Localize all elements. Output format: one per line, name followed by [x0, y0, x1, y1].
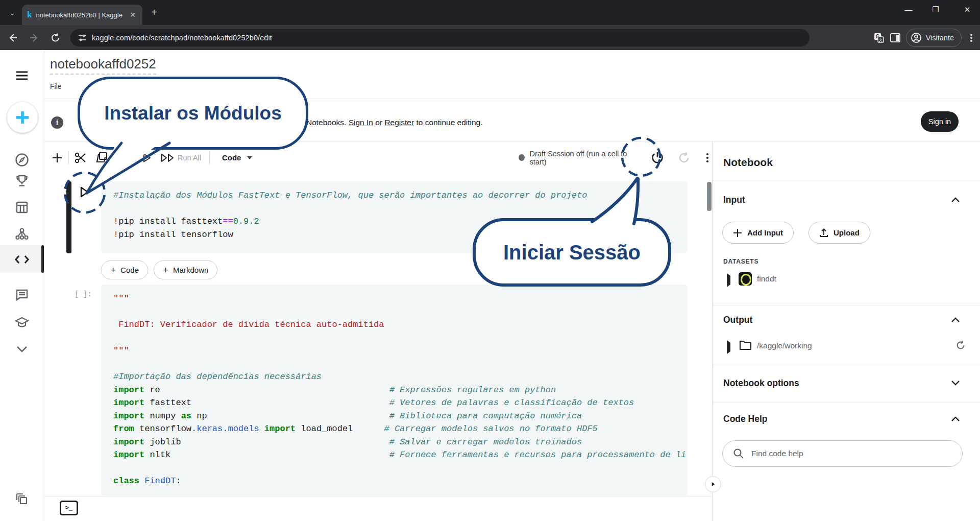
scrollbar-thumb[interactable] — [707, 182, 712, 211]
sidebar-item-datasets[interactable] — [0, 200, 44, 215]
bottom-divider — [44, 496, 712, 496]
translate-icon[interactable]: G文 — [873, 32, 885, 43]
session-status-label: Draft Session off (run a cell to start) — [530, 150, 633, 166]
window-close-button[interactable]: ✕ — [960, 3, 975, 16]
datasets-label: DATASETS — [723, 258, 758, 265]
info-icon: i — [51, 116, 63, 129]
collapse-output-icon[interactable] — [950, 316, 961, 323]
add-input-button[interactable]: Add Input — [722, 222, 794, 244]
code-help-search[interactable]: Find code help — [722, 440, 963, 467]
plus-icon — [15, 110, 30, 125]
collapse-code-help-icon[interactable] — [950, 415, 961, 422]
run-all-label[interactable]: Run All — [178, 154, 201, 162]
svg-text:文: 文 — [878, 37, 883, 42]
code-brackets-icon — [14, 253, 30, 266]
reload-icon[interactable] — [47, 29, 64, 46]
run-cell-icon[interactable] — [141, 148, 152, 168]
search-placeholder: Find code help — [751, 449, 803, 458]
chevron-down-icon — [247, 156, 252, 159]
callout-start-session: Iniciar Sessão — [473, 218, 671, 287]
sidebar-item-code[interactable] — [0, 253, 44, 266]
search-icon — [733, 448, 744, 459]
copy-cell-icon[interactable] — [95, 148, 109, 168]
new-tab-button[interactable]: + — [148, 7, 160, 19]
chrome-menu-icon[interactable] — [967, 33, 976, 43]
paste-cell-icon[interactable] — [117, 148, 130, 168]
sidebar-item-discussions[interactable] — [0, 288, 44, 302]
callout-install-modules: Instalar os Módulos — [78, 77, 308, 150]
code-cell-2[interactable]: """ FindDT: Verificador de dívida técnic… — [101, 285, 688, 496]
restart-session-icon[interactable] — [677, 148, 691, 168]
profile-label: Visitante — [926, 34, 954, 42]
trophy-icon — [15, 174, 29, 188]
input-section-header[interactable]: Input — [723, 195, 745, 205]
notebook-options-header[interactable]: Notebook options — [723, 378, 799, 389]
add-markdown-cell-button[interactable]: + Markdown — [154, 260, 217, 279]
tab-search-icon[interactable]: ⌄ — [6, 7, 18, 19]
profile-button[interactable]: Visitante — [906, 29, 962, 47]
notebook-menu-icon[interactable] — [703, 148, 712, 168]
browser-toolbar: kaggle.com/code/scratchpad/notebookaffd0… — [0, 25, 980, 50]
kaggle-favicon: k — [27, 10, 32, 20]
comment-icon — [15, 288, 29, 302]
expand-dataset-icon[interactable] — [727, 276, 730, 285]
upload-button[interactable]: Upload — [808, 222, 870, 244]
console-icon[interactable]: >_ — [60, 501, 78, 515]
session-status-dot — [519, 154, 525, 161]
sync-output-icon[interactable] — [955, 340, 966, 350]
menu-file[interactable]: File — [50, 82, 62, 90]
window-minimize-button[interactable]: — — [901, 3, 916, 16]
banner-message: Notebooks. Sign In or Register to contin… — [306, 118, 483, 127]
expand-options-icon[interactable] — [950, 380, 961, 387]
chevron-right-icon — [712, 482, 715, 486]
sidebar-more-icon[interactable] — [0, 345, 44, 354]
site-info-icon[interactable] — [78, 33, 87, 42]
chevron-down-icon — [15, 345, 29, 354]
sidebar-item-competitions[interactable] — [0, 174, 44, 188]
forward-icon[interactable] — [26, 29, 43, 46]
add-code-cell-button[interactable]: + Code — [101, 260, 148, 279]
graduation-cap-icon — [14, 316, 30, 330]
window-restore-button[interactable]: ❐ — [928, 3, 943, 16]
panel-collapse-handle[interactable] — [705, 476, 721, 492]
browser-tab[interactable]: k notebookaffd0252b0 | Kaggle ✕ — [22, 5, 142, 25]
dataset-icon — [739, 272, 752, 286]
sidebar-item-models[interactable] — [0, 227, 44, 241]
cell-focus-bar — [66, 181, 71, 253]
compass-icon — [15, 153, 29, 167]
power-session-icon[interactable] — [650, 148, 665, 168]
code-editor[interactable]: """ FindDT: Verificador de dívida técnic… — [101, 285, 688, 496]
tab-close-icon[interactable]: ✕ — [128, 10, 137, 19]
sidebar-item-learn[interactable] — [0, 316, 44, 330]
upload-icon — [819, 228, 828, 238]
plus-icon — [733, 228, 742, 238]
code-help-header[interactable]: Code Help — [723, 414, 768, 424]
sign-in-button[interactable]: Sign in — [921, 111, 959, 132]
side-panel-icon[interactable] — [890, 32, 901, 43]
add-cell-icon[interactable] — [51, 148, 63, 168]
run-all-icon[interactable] — [160, 148, 176, 168]
address-bar[interactable]: kaggle.com/code/scratchpad/notebookaffd0… — [70, 29, 810, 46]
register-link[interactable]: Register — [384, 118, 414, 127]
create-button[interactable] — [7, 102, 38, 133]
url-text: kaggle.com/code/scratchpad/notebookaffd0… — [92, 34, 272, 42]
hamburger-menu-icon[interactable] — [0, 69, 44, 82]
collapse-input-icon[interactable] — [950, 196, 961, 203]
layers-copy-icon — [15, 492, 29, 506]
model-graph-icon — [15, 227, 29, 241]
sign-in-link[interactable]: Sign In — [349, 118, 373, 127]
kaggle-notebook-window: ⌄ k notebookaffd0252b0 | Kaggle ✕ + — ❐ … — [0, 0, 980, 521]
dataset-name[interactable]: finddt — [757, 274, 776, 283]
expand-output-icon[interactable] — [727, 343, 730, 352]
notebook-title[interactable]: notebookaffd0252 — [50, 56, 156, 75]
cut-cell-icon[interactable] — [74, 148, 87, 168]
sidebar-item-home[interactable] — [0, 153, 44, 167]
cell-type-dropdown[interactable]: Code — [222, 153, 253, 162]
output-section-header[interactable]: Output — [723, 315, 752, 325]
back-icon[interactable] — [4, 29, 21, 46]
tab-title: notebookaffd0252b0 | Kaggle — [36, 11, 124, 19]
output-path[interactable]: /kaggle/working — [757, 341, 812, 350]
plus-icon: + — [110, 265, 116, 275]
run-cell-button[interactable] — [77, 185, 91, 199]
active-events-icon[interactable] — [0, 492, 44, 506]
